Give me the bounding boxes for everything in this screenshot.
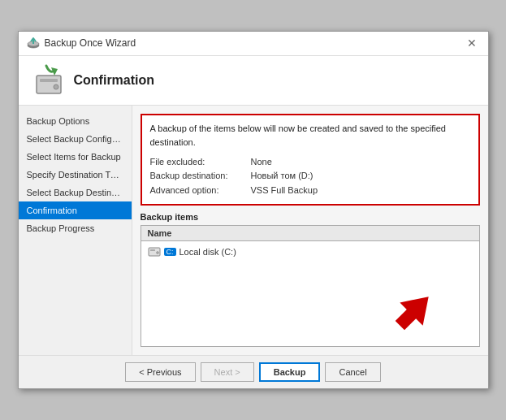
info-label-advanced: Advanced option: [150, 184, 248, 198]
info-value-backup-destination: Новый том (D:) [251, 169, 314, 184]
svg-point-9 [156, 252, 158, 254]
backup-wizard-dialog: Backup Once Wizard ✕ Confirmation Backup… [18, 31, 489, 390]
sidebar: Backup Options Select Backup Configurat.… [19, 106, 132, 356]
info-label-backup-destination: Backup destination: [150, 169, 248, 184]
sidebar-item-backup-progress[interactable]: Backup Progress [19, 219, 132, 237]
app-icon [27, 37, 40, 50]
page-title: Confirmation [74, 73, 155, 88]
cancel-button[interactable]: Cancel [325, 362, 380, 382]
backup-icon [32, 64, 67, 97]
svg-point-5 [54, 84, 58, 89]
info-row-advanced: Advanced option: VSS Full Backup [150, 184, 470, 198]
content-area: Backup Options Select Backup Configurat.… [19, 106, 488, 356]
backup-items-section: Backup items Name C: Local disk ( [141, 212, 480, 347]
sidebar-item-confirmation[interactable]: Confirmation [19, 201, 132, 219]
info-value-advanced: VSS Full Backup [251, 184, 318, 198]
table-column-name: Name [141, 226, 479, 241]
info-row-backup-destination: Backup destination: Новый том (D:) [150, 169, 470, 184]
sidebar-item-select-items[interactable]: Select Items for Backup [19, 148, 132, 166]
header-icon [32, 64, 64, 97]
previous-button[interactable]: < Previous [125, 362, 195, 382]
title-bar-left: Backup Once Wizard [27, 37, 136, 50]
svg-marker-10 [390, 287, 439, 336]
sidebar-item-destination-type[interactable]: Specify Destination Type [19, 166, 132, 184]
title-bar: Backup Once Wizard ✕ [19, 32, 488, 56]
close-button[interactable]: ✕ [464, 37, 480, 49]
table-body: C: Local disk (C:) [141, 241, 479, 262]
red-arrow-icon [390, 287, 439, 336]
info-box: A backup of the items below will now be … [141, 114, 480, 206]
info-label-file-excluded: File excluded: [150, 155, 248, 170]
svg-rect-4 [40, 79, 58, 82]
arrow-indicator [390, 287, 439, 338]
main-content: A backup of the items below will now be … [132, 106, 488, 356]
backup-items-label: Backup items [141, 212, 480, 222]
sidebar-item-backup-options[interactable]: Backup Options [19, 112, 132, 130]
table-row: C: Local disk (C:) [148, 245, 473, 259]
sidebar-item-backup-destination[interactable]: Select Backup Destination [19, 184, 132, 201]
backup-items-table: Name C: Local disk (C:) [141, 225, 480, 347]
dialog-title: Backup Once Wizard [45, 37, 136, 49]
backup-button[interactable]: Backup [259, 362, 321, 382]
info-value-file-excluded: None [251, 155, 272, 170]
disk-icon [148, 246, 161, 258]
footer: < Previous Next > Backup Cancel [19, 355, 488, 388]
drive-badge: C: [164, 248, 176, 256]
sidebar-item-select-config[interactable]: Select Backup Configurat... [19, 130, 132, 148]
svg-rect-8 [150, 249, 155, 251]
info-row-file-excluded: File excluded: None [150, 155, 470, 170]
next-button[interactable]: Next > [201, 362, 254, 382]
wizard-header: Confirmation [19, 56, 488, 106]
backup-item-name: Local disk (C:) [179, 247, 236, 257]
info-intro-text: A backup of the items below will now be … [150, 122, 470, 150]
